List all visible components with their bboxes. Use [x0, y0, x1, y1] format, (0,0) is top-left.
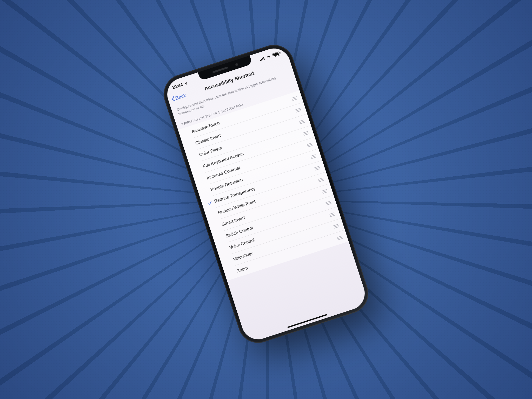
checkmark-icon — [184, 132, 190, 134]
checkmark-icon — [230, 272, 236, 274]
location-icon — [184, 82, 188, 86]
checkmark-icon — [188, 144, 194, 146]
status-time: 10:44 — [171, 82, 184, 90]
reorder-handle-icon[interactable] — [310, 154, 317, 159]
reorder-handle-icon[interactable] — [291, 96, 298, 101]
checkmark-icon — [215, 225, 221, 227]
checkmark-icon — [222, 249, 228, 250]
cellular-icon — [259, 57, 265, 61]
battery-icon — [272, 51, 280, 57]
wifi-icon — [266, 54, 271, 59]
reorder-handle-icon[interactable] — [302, 131, 309, 136]
checkmark-icon — [211, 214, 217, 216]
checkmark-icon — [200, 179, 205, 181]
reorder-handle-icon[interactable] — [317, 177, 324, 182]
reorder-handle-icon[interactable] — [295, 108, 302, 113]
reorder-handle-icon[interactable] — [325, 201, 332, 205]
checkmark-icon — [218, 237, 224, 239]
reorder-handle-icon[interactable] — [299, 119, 306, 124]
checkmark-icon — [203, 190, 209, 192]
checkmark-icon — [192, 156, 198, 157]
reorder-handle-icon[interactable] — [314, 166, 321, 171]
back-label: Back — [175, 92, 187, 101]
reorder-handle-icon[interactable] — [306, 143, 313, 148]
reorder-handle-icon[interactable] — [329, 212, 336, 217]
reorder-handle-icon[interactable] — [332, 224, 340, 229]
reorder-handle-icon[interactable] — [321, 189, 328, 194]
checkmark-icon — [196, 167, 202, 169]
reorder-handle-icon[interactable] — [336, 235, 343, 240]
checkmark-icon — [226, 260, 232, 262]
